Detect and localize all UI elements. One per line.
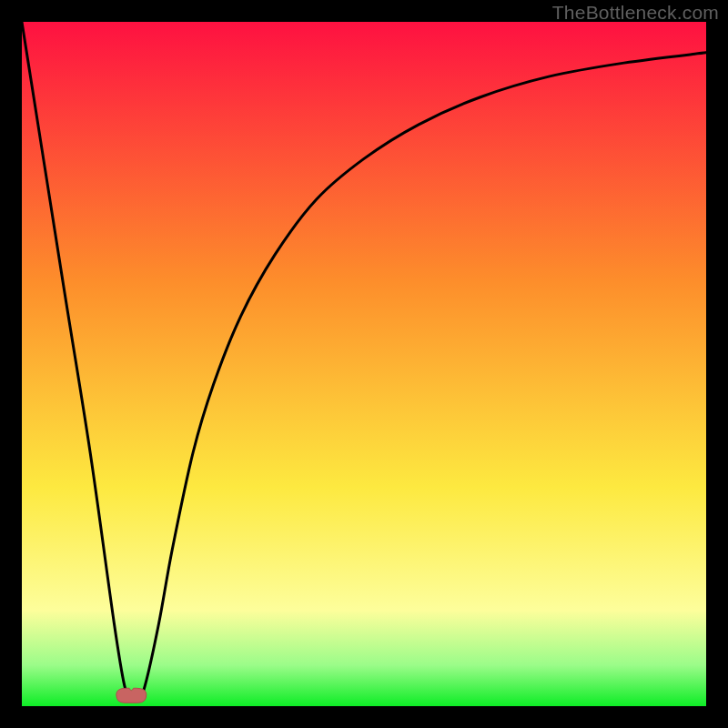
chart-frame: TheBottleneck.com [0,0,728,728]
watermark-text: TheBottleneck.com [552,2,719,24]
minimum-marker [116,688,147,703]
plot-area [22,22,706,706]
bottleneck-chart [22,22,706,706]
gradient-background [22,22,706,706]
